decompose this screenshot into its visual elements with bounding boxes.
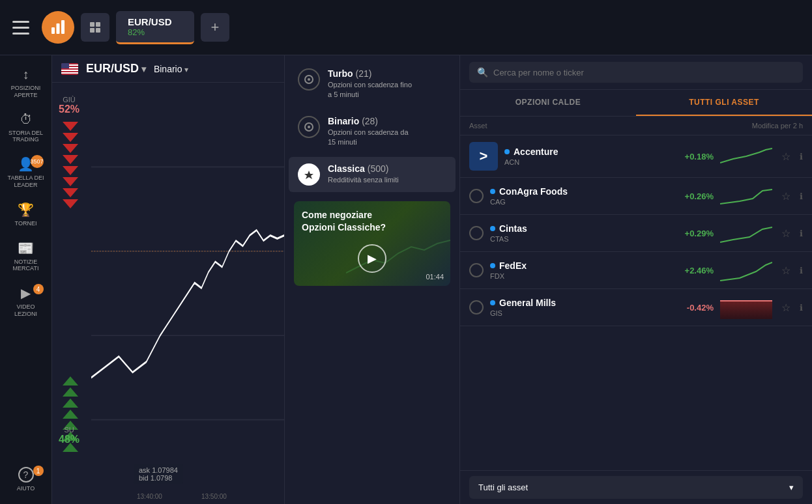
- accenture-chart: [720, 145, 772, 168]
- asset-row-fedex[interactable]: FedEx FDX +2.46% ☆ ℹ: [460, 252, 812, 289]
- fedex-info: FedEx FDX: [490, 260, 668, 280]
- cintas-star[interactable]: ☆: [781, 227, 790, 240]
- option-turbo[interactable]: Turbo (21) Opzioni con scadenza finoa 5 …: [289, 62, 456, 107]
- general-mills-chart: [720, 296, 772, 319]
- general-mills-star[interactable]: ☆: [781, 301, 790, 314]
- conagra-dot: [490, 189, 495, 194]
- grid-view-button[interactable]: [81, 13, 109, 42]
- accenture-dot: [504, 149, 510, 154]
- fedex-radio[interactable]: [469, 263, 484, 277]
- sidebar-item-tornei[interactable]: 🏆 TORNEI: [3, 197, 49, 232]
- eur-usd-tab[interactable]: EUR/USD 82%: [116, 11, 194, 44]
- accenture-name: Accenture: [514, 147, 558, 157]
- fedex-chart: [720, 259, 772, 282]
- tab-opzioni-calde[interactable]: OPZIONI CALDE: [460, 90, 636, 116]
- accenture-info-btn[interactable]: ℹ: [800, 152, 803, 161]
- svg-rect-1: [57, 23, 60, 34]
- classica-icon: [298, 163, 320, 186]
- sidebar-item-tabella-dei-leader[interactable]: 👤 TABELLA DEILEADER 3507: [3, 151, 49, 194]
- accenture-ticker: ACN: [504, 158, 668, 166]
- svg-point-13: [308, 78, 310, 81]
- trophy-icon: 🏆: [18, 202, 34, 217]
- help-icon: ?: [18, 467, 34, 483]
- cintas-radio[interactable]: [469, 226, 484, 240]
- video-play-button[interactable]: ▶: [358, 244, 386, 273]
- options-panel: Turbo (21) Opzioni con scadenza finoa 5 …: [284, 55, 460, 504]
- classica-content: Classica (500) Redditività senza limiti: [328, 163, 446, 185]
- accenture-star[interactable]: ☆: [781, 150, 790, 163]
- conagra-info: ConAgra Foods CAG: [490, 186, 668, 206]
- chart-body: GIÙ 52%: [52, 83, 284, 504]
- conagra-chart: [720, 184, 772, 208]
- svg-rect-2: [61, 20, 65, 34]
- search-input-wrap: 🔍: [469, 62, 803, 83]
- fedex-info-btn[interactable]: ℹ: [800, 266, 803, 275]
- cintas-ticker: CTAS: [490, 235, 668, 243]
- sidebar-item-notizie-mercati[interactable]: 📰 NOTIZIEMERCATI: [3, 235, 49, 278]
- general-mills-info: General Mills GIS: [490, 298, 668, 317]
- svg-rect-6: [96, 28, 100, 33]
- svg-rect-5: [90, 28, 94, 33]
- chart-canvas: ask 1.07984 bid 1.0798 13:40:00 13:50:00: [91, 83, 284, 504]
- us-flag: [61, 63, 78, 75]
- svg-point-15: [308, 126, 310, 128]
- search-bar: 🔍: [460, 55, 812, 90]
- general-mills-change: -0.42%: [674, 303, 714, 313]
- asset-dropdown-button[interactable]: Tutti gli asset ▾: [469, 476, 803, 499]
- chevron-down-icon: ▾: [789, 483, 794, 492]
- asset-row-accenture[interactable]: > Accenture ACN +0.18% ☆ ℹ: [460, 135, 812, 178]
- video-thumbnail[interactable]: Come negoziare Opzioni Classiche? ▶ 01:4…: [294, 201, 450, 286]
- fedex-star[interactable]: ☆: [781, 264, 790, 277]
- conagra-name: ConAgra Foods: [499, 186, 568, 197]
- conagra-info-btn[interactable]: ℹ: [800, 191, 803, 201]
- fedex-dot: [490, 263, 495, 268]
- binario-icon: [298, 116, 320, 138]
- asset-name-dropdown[interactable]: EUR/USD: [86, 62, 146, 76]
- logo-button[interactable]: [42, 11, 74, 44]
- search-input[interactable]: [493, 68, 795, 77]
- asset-row-conagra[interactable]: ConAgra Foods CAG +0.26% ☆ ℹ: [460, 178, 812, 215]
- general-mills-dot: [490, 300, 495, 305]
- cintas-info: Cintas CTAS: [490, 223, 668, 243]
- sidebar-item-posizioni-aperte[interactable]: ↕ POSIZIONIAPERTE: [3, 62, 49, 104]
- add-tab-button[interactable]: +: [201, 13, 229, 42]
- asset-list: > Accenture ACN +0.18% ☆ ℹ: [460, 135, 812, 470]
- conagra-star[interactable]: ☆: [781, 190, 790, 203]
- chart-type-dropdown[interactable]: Binario: [154, 64, 188, 74]
- asset-row-general-mills[interactable]: General Mills GIS -0.42%: [460, 289, 812, 326]
- tab-pct: 82%: [128, 27, 182, 37]
- video-title: Come negoziare Opzioni Classiche?: [302, 209, 393, 234]
- cintas-info-btn[interactable]: ℹ: [800, 229, 803, 238]
- cintas-change: +0.29%: [674, 229, 714, 238]
- leader-badge: 3507: [31, 155, 44, 168]
- menu-button[interactable]: [7, 13, 35, 42]
- option-classica[interactable]: Classica (500) Redditività senza limiti: [289, 157, 456, 192]
- tab-tutti-gli-asset[interactable]: TUTTI GLI ASSET: [636, 90, 812, 116]
- down-triangles: [63, 122, 78, 208]
- conagra-change: +0.26%: [674, 191, 714, 201]
- conagra-radio[interactable]: [469, 189, 484, 203]
- accenture-logo: >: [469, 142, 498, 171]
- option-binario[interactable]: Binario (28) Opzioni con scadenza da15 m…: [289, 109, 456, 154]
- asset-row-cintas[interactable]: Cintas CTAS +0.29% ☆ ℹ: [460, 215, 812, 252]
- arrows-icon: ↕: [23, 67, 29, 82]
- col-asset-header: Asset: [469, 122, 751, 130]
- chart-header: EUR/USD Binario: [52, 55, 284, 83]
- general-mills-info-btn[interactable]: ℹ: [800, 303, 803, 313]
- center-area: EUR/USD Binario GIÙ 52%: [52, 55, 284, 504]
- svg-rect-0: [51, 27, 55, 34]
- sidebar-item-video-lezioni[interactable]: ▶ VIDEOLEZIONI 4: [3, 280, 49, 323]
- sidebar-item-aiuto[interactable]: ? AIUTO 1: [3, 462, 49, 497]
- up-label: GIÙ 52%: [59, 96, 80, 115]
- col-change-header: Modifica per 2 h: [751, 122, 803, 130]
- turbo-content: Turbo (21) Opzioni con scadenza finoa 5 …: [328, 68, 446, 100]
- asset-table-header: Asset Modifica per 2 h: [460, 117, 812, 135]
- sidebar-item-storia-del-trading[interactable]: ⏱ STORIA DELTRADING: [3, 107, 49, 149]
- down-label: SU 48%: [59, 426, 80, 445]
- svg-rect-3: [90, 22, 94, 27]
- cintas-chart: [720, 221, 772, 245]
- asset-dropdown-label: Tutti gli asset: [478, 483, 528, 492]
- accenture-info: Accenture ACN: [504, 147, 668, 166]
- clock-icon: ⏱: [20, 112, 33, 127]
- general-mills-radio[interactable]: [469, 300, 484, 315]
